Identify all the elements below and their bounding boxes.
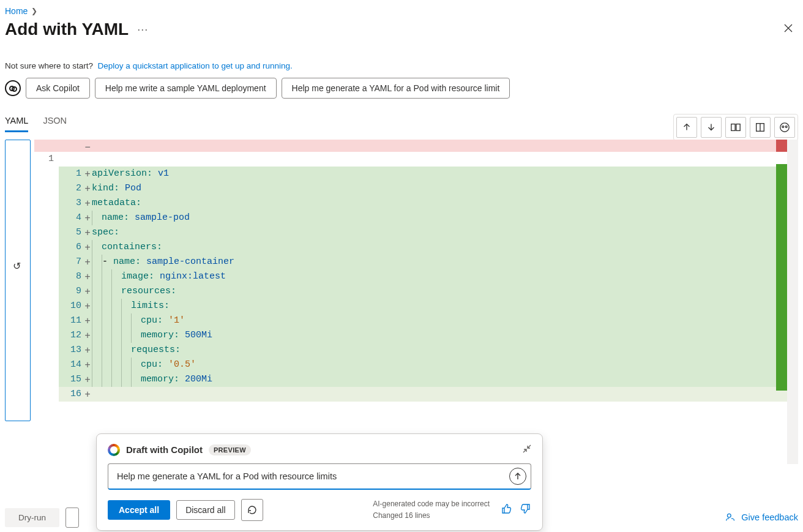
svg-rect-1 bbox=[736, 124, 740, 131]
upload-button[interactable] bbox=[676, 117, 697, 138]
svg-point-5 bbox=[785, 126, 787, 128]
give-feedback-link[interactable]: Give feedback bbox=[725, 512, 798, 523]
split-view-button[interactable] bbox=[750, 117, 771, 138]
arrow-up-icon bbox=[514, 472, 522, 481]
send-button[interactable] bbox=[509, 468, 526, 485]
download-button[interactable] bbox=[701, 117, 722, 138]
svg-point-6 bbox=[728, 514, 731, 517]
clipped-button[interactable] bbox=[65, 508, 79, 528]
minimize-button[interactable] bbox=[523, 444, 531, 455]
format-tabs: YAML JSON bbox=[5, 112, 67, 132]
breadcrumb: Home ❯ bbox=[0, 0, 803, 16]
close-icon bbox=[783, 23, 793, 33]
breadcrumb-home[interactable]: Home bbox=[5, 6, 28, 16]
collapse-icon bbox=[523, 444, 531, 453]
editor-scrollbar[interactable] bbox=[787, 140, 798, 464]
suggestion-2-button[interactable]: Help me generate a YAML for a Pod with r… bbox=[282, 78, 510, 99]
split-icon bbox=[755, 122, 766, 133]
svg-rect-0 bbox=[731, 124, 735, 131]
page-title: Add with YAML bbox=[5, 20, 129, 39]
deploy-quickstart-link[interactable]: Deploy a quickstart application to get u… bbox=[98, 61, 293, 70]
chevron-right-icon: ❯ bbox=[31, 7, 37, 15]
revert-gutter: ↺ bbox=[5, 140, 31, 421]
orig-line-number: 1 bbox=[34, 152, 59, 167]
more-actions-button[interactable]: ··· bbox=[137, 23, 148, 36]
ask-copilot-button[interactable]: Ask Copilot bbox=[26, 78, 90, 99]
copilot-toolbar-button[interactable] bbox=[774, 117, 795, 138]
editor-toolbar bbox=[673, 114, 798, 141]
upload-icon bbox=[681, 122, 692, 133]
copilot-input[interactable] bbox=[108, 463, 531, 490]
diff-view-button[interactable] bbox=[725, 117, 746, 138]
copilot-logo-icon bbox=[108, 444, 120, 456]
revert-icon[interactable]: ↺ bbox=[13, 260, 21, 272]
code-editor[interactable]: ↺ − 1 Accept | Discard 1+apiVersion: v1 … bbox=[5, 140, 798, 464]
tab-yaml[interactable]: YAML bbox=[5, 112, 28, 132]
close-button[interactable] bbox=[779, 18, 798, 40]
diff-icon bbox=[730, 122, 741, 133]
svg-point-3 bbox=[780, 123, 789, 132]
tab-json[interactable]: JSON bbox=[43, 112, 67, 132]
feedback-icon bbox=[725, 512, 736, 523]
svg-point-4 bbox=[782, 126, 784, 128]
preview-badge: PREVIEW bbox=[209, 444, 251, 455]
start-text: Not sure where to start? bbox=[5, 61, 93, 70]
copilot-toolbar-icon bbox=[779, 122, 790, 133]
suggestion-row: Ask Copilot Help me write a sample YAML … bbox=[0, 73, 588, 99]
editor-minimap[interactable] bbox=[776, 140, 787, 464]
copilot-panel-title: Draft with Copilot bbox=[126, 444, 203, 455]
copilot-icon bbox=[5, 80, 21, 96]
download-icon bbox=[706, 122, 717, 133]
suggestion-1-button[interactable]: Help me write a sample YAML deployment bbox=[95, 78, 277, 99]
dryrun-button[interactable]: Dry-run bbox=[5, 508, 59, 527]
